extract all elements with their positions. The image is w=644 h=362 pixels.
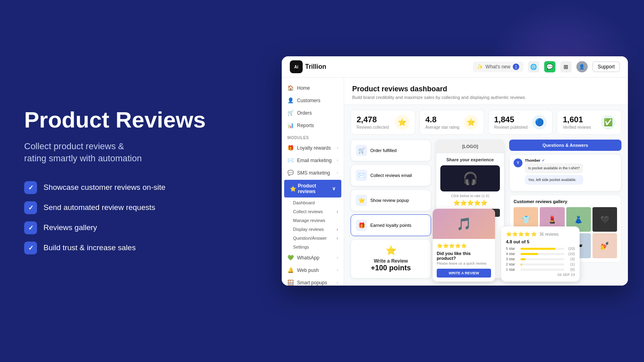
stat-verified: 1,601 Verified reviews ✅ — [557, 110, 621, 135]
rating-header: ⭐⭐⭐⭐⭐ 36 reviews — [506, 231, 575, 237]
write-review-cta[interactable]: WRITE A REVIEW — [437, 269, 491, 278]
rating-bars: 5 star (20) 4 star (10) 3 — [506, 247, 575, 272]
chat-icon[interactable]: 💬 — [544, 61, 555, 72]
date-label: 04 SEP 23 — [506, 273, 575, 277]
dashboard-subtitle: Build brand credibility and maximize sal… — [352, 95, 620, 100]
avatar[interactable]: 👤 — [576, 61, 588, 72]
check-icon-3 — [24, 222, 37, 234]
rating-stars[interactable]: ⭐⭐⭐⭐⭐ — [440, 200, 500, 206]
rating-bar-1: 1 star (0) — [506, 267, 575, 272]
bar-3-fill — [520, 258, 526, 260]
display-label: Display reviews — [293, 227, 324, 232]
feature-item-2: Send automated review requests — [24, 202, 217, 214]
sub-nav-collect[interactable]: Collect reviews › — [282, 207, 344, 216]
sub-nav-settings[interactable]: Settings — [282, 243, 344, 251]
experience-logo: [LOGO] — [436, 140, 504, 153]
rating-bar-2: 2 star (1) — [506, 262, 575, 266]
collapse-icon: ∨ — [332, 186, 336, 191]
sub-nav-display[interactable]: Display reviews › — [282, 225, 344, 234]
grid-icon[interactable]: ⊞ — [560, 61, 572, 72]
sidebar-item-whatsapp[interactable]: 💚 WhatsApp › — [282, 251, 344, 264]
sub-nav-dashboard[interactable]: Dashboard — [282, 198, 344, 207]
bar-3-bg — [520, 258, 564, 260]
gallery-thumb-8[interactable]: 💅 — [592, 233, 617, 258]
feature-label-1: Showcase customer reviews on-site — [43, 183, 165, 192]
star-icon: ⭐ — [290, 186, 296, 192]
avg-rating-label: Average star rating — [425, 125, 459, 130]
reviews-count: 2,478 — [357, 115, 389, 124]
qa-header: Questions & Answers — [509, 140, 621, 151]
check-icon-2 — [24, 202, 37, 214]
sub-nav-manage[interactable]: Manage reviews — [282, 216, 344, 225]
expand-icon-4: › — [337, 255, 338, 260]
like-panel: 🎵 ⭐⭐⭐⭐⭐ Did you like this product? Pleas… — [433, 209, 495, 282]
feature-item-1: Showcase customer reviews on-site — [24, 181, 217, 194]
gallery-thumb-4[interactable]: 🖤 — [592, 207, 617, 232]
check-icon-1 — [24, 181, 37, 194]
write-review-card: ⭐ Write a Review +100 points — [351, 239, 431, 278]
reports-label: Reports — [297, 123, 314, 128]
sidebar-item-product-reviews[interactable]: ⭐ Product reviews ∨ — [284, 180, 341, 197]
sms-icon: 💬 — [287, 170, 294, 176]
header-actions: ✨ What's new 1 🌐 💬 ⊞ 👤 Support — [473, 61, 620, 72]
hero-title: Product Reviews — [24, 107, 217, 132]
brand-name: Trillion — [305, 63, 326, 70]
question-bubble: Is pocket available in the t-shirt? — [525, 163, 583, 173]
email-icon: ✉️ — [287, 157, 294, 163]
main-content: Product reviews dashboard Build brand cr… — [344, 78, 628, 286]
settings-label: Settings — [293, 245, 309, 249]
app-header: Ai Trillion ✨ What's new 1 🌐 💬 ⊞ 👤 Suppo… — [282, 56, 628, 78]
workflow-step-popup: ⭐ Show review popup — [351, 189, 431, 211]
chat-username: Thomber ✓ — [525, 158, 583, 162]
sms-label: SMS marketing — [297, 170, 330, 176]
sidebar-item-email[interactable]: ✉️ Email marketing › — [282, 154, 344, 167]
sub-navigation: Dashboard Collect reviews › Manage revie… — [282, 198, 344, 251]
sidebar-item-home[interactable]: 🏠 Home — [282, 82, 344, 94]
product-photo: 🎵 — [433, 209, 495, 239]
bar-3-label: 3 star — [506, 257, 518, 261]
dashboard-title: Product reviews dashboard — [352, 85, 620, 93]
sidebar-item-reports[interactable]: 📊 Reports — [282, 119, 344, 132]
feature-label-4: Build trust & increase sales — [43, 244, 136, 253]
stat-reviews-collected: 2,478 Reviews collected ⭐ — [351, 110, 415, 135]
gallery-title: Customer reviews gallery — [514, 199, 617, 204]
whatsapp-label: WhatsApp — [297, 255, 319, 261]
sidebar-item-webpush[interactable]: 🔔 Web push › — [282, 264, 344, 276]
notification-badge: 1 — [513, 64, 519, 70]
app-window: Ai Trillion ✨ What's new 1 🌐 💬 ⊞ 👤 Suppo… — [282, 56, 628, 286]
bar-5-bg — [520, 248, 564, 250]
loyalty-icon: 🎁 — [287, 145, 294, 151]
loyalty-points-label: Earned loyalty points — [370, 223, 411, 228]
sidebar-item-orders[interactable]: 🛒 Orders — [282, 107, 344, 119]
bar-4-label: 4 star — [506, 252, 518, 256]
bar-1-label: 1 star — [506, 267, 518, 272]
display-expand: › — [336, 227, 338, 232]
sidebar-item-popups[interactable]: 🪟 Smart popups › — [282, 276, 344, 286]
qa-row: Questions & Answers T Thomber ✓ — [509, 140, 621, 191]
bar-5-count: (20) — [567, 247, 575, 251]
whats-new-button[interactable]: ✨ What's new 1 — [473, 62, 523, 72]
avg-rating-value: 4.8 — [425, 115, 459, 124]
dashboard-header: Product reviews dashboard Build brand cr… — [344, 78, 628, 105]
qa-label: Question/Answer — [293, 236, 327, 241]
loyalty-label: Loyalty rewards — [297, 145, 331, 151]
product-reviews-label: Product reviews — [298, 183, 332, 194]
popup-icon: ⭐ — [356, 195, 367, 206]
published-icon: 🔵 — [532, 115, 547, 130]
sidebar-item-sms[interactable]: 💬 SMS marketing › — [282, 167, 344, 179]
feature-label-2: Send automated review requests — [43, 204, 155, 212]
dashboard-label: Dashboard — [293, 200, 315, 205]
logo-icon: Ai — [290, 60, 303, 73]
verified-label: Verified reviews — [563, 125, 591, 130]
expand-icon-3: › — [337, 171, 338, 175]
whats-new-label: What's new — [485, 64, 510, 70]
chat-message: T Thomber ✓ Is pocket available in the t… — [514, 158, 617, 185]
avg-rating-icon: ⭐ — [464, 115, 478, 130]
write-review-title: Write a Review — [357, 258, 425, 264]
sidebar-item-loyalty[interactable]: 🎁 Loyalty rewards › — [282, 142, 344, 154]
support-button[interactable]: Support — [592, 62, 620, 72]
sub-nav-qa[interactable]: Question/Answer › — [282, 234, 344, 243]
translate-icon[interactable]: 🌐 — [528, 61, 539, 72]
sidebar-item-customers[interactable]: 👤 Customers — [282, 94, 344, 107]
webpush-label: Web push — [297, 267, 319, 273]
